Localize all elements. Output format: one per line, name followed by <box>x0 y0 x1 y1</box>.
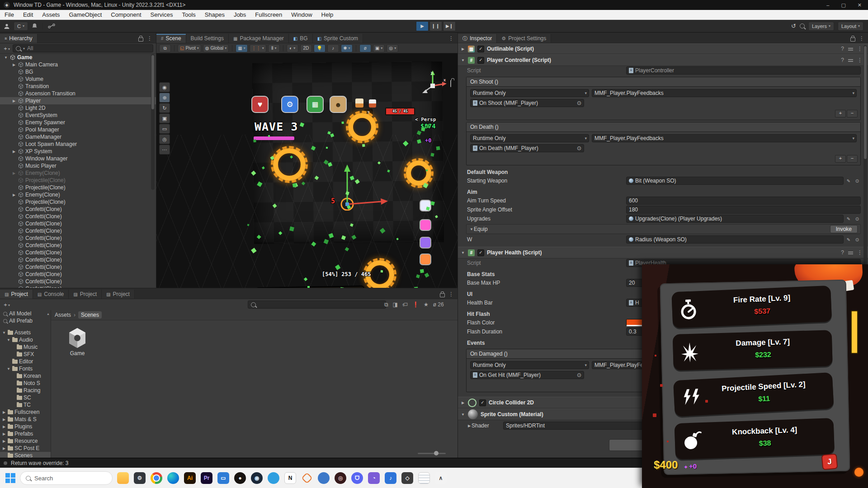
project-tree-row[interactable]: Korean <box>0 372 51 380</box>
hierarchy-row[interactable]: GameManager <box>0 133 156 141</box>
tab-project-settings[interactable]: ⚙Project Settings <box>497 34 551 43</box>
hierarchy-scrollbar[interactable] <box>151 54 155 190</box>
persp-label[interactable]: < Persp <box>415 117 436 122</box>
hierarchy-row[interactable]: Confetti(Clone) <box>0 263 156 271</box>
remove-event-button[interactable]: − <box>847 155 858 163</box>
tool-custom-icon[interactable]: ⋯ <box>159 145 170 155</box>
tab-package-manager[interactable]: ▦Package Manager <box>229 34 289 43</box>
scroll-up-arrow[interactable]: ▲ <box>47 312 51 315</box>
taskbar-edge-icon[interactable] <box>167 472 179 484</box>
taskbar-unity-hub-icon[interactable]: ◇ <box>401 472 413 484</box>
upgrade-card-bomb[interactable]: Knockback [Lv. 4]$38 <box>675 418 835 460</box>
taskbar-notion-icon[interactable]: N <box>284 472 296 484</box>
undo-history-icon[interactable]: ↺ <box>791 23 796 29</box>
tool-view-icon[interactable]: ◉ <box>159 82 170 92</box>
project-tree-row[interactable]: Music <box>0 343 51 351</box>
tab-build-settings[interactable]: Build Settings <box>186 34 229 43</box>
play-button[interactable]: ▶ <box>416 21 429 31</box>
menu-edit[interactable]: Edit <box>19 11 38 18</box>
project-tree-row[interactable]: SC <box>0 394 51 401</box>
layers-dropdown[interactable]: Layers▾ <box>808 22 834 31</box>
fold-arrow-icon[interactable]: ▶ <box>467 424 472 428</box>
scene-axis-gizmo[interactable]: y x <box>418 70 448 99</box>
value-field[interactable]: 600 <box>626 197 861 205</box>
hierarchy-row[interactable]: ▶Enemy(Clone) <box>0 169 156 177</box>
project-tree-row[interactable]: ▼Audio <box>0 336 51 343</box>
notification-icon[interactable] <box>32 23 38 29</box>
project-search-input[interactable] <box>248 300 386 309</box>
edit-pencil-icon[interactable]: ✎ <box>845 177 852 184</box>
help-icon[interactable]: ? <box>841 249 844 256</box>
edit-pencil-icon[interactable]: ✎ <box>845 236 852 243</box>
fold-arrow-icon[interactable]: ▼ <box>6 338 11 342</box>
fold-arrow-icon[interactable]: ▶ <box>2 410 6 414</box>
tool-settings-icon[interactable]: ⧉ <box>159 44 171 52</box>
thumbnail-size-slider[interactable] <box>418 453 446 454</box>
ruler-icon[interactable]: ⫴▾ <box>268 44 280 52</box>
hierarchy-row[interactable]: ▶Player <box>0 97 156 104</box>
step-button[interactable]: ▶❙ <box>443 21 456 31</box>
project-tree-row[interactable]: TC <box>0 401 51 408</box>
taskbar-search[interactable]: Search <box>20 471 113 485</box>
maximize-button[interactable]: ▢ <box>841 2 845 8</box>
hierarchy-row[interactable]: Confetti(Clone) <box>0 278 156 285</box>
favorite-search-row[interactable]: All Model▲ <box>0 310 51 317</box>
project-tree-row[interactable]: SFX <box>0 351 51 358</box>
hidden-count-eye[interactable]: ø 26 <box>433 301 444 308</box>
search-icon[interactable] <box>800 23 805 28</box>
hierarchy-search-input[interactable]: ▾All <box>13 44 153 52</box>
taskbar-discord-icon[interactable]: ᗜ <box>351 472 363 484</box>
hierarchy-row[interactable]: Window Manager <box>0 155 156 162</box>
lighting-toggle-icon[interactable]: 💡 <box>314 44 326 52</box>
hierarchy-row[interactable]: Confetti(Clone) <box>0 206 156 213</box>
pivot-dropdown[interactable]: ◱Pivot▾ <box>178 44 201 52</box>
taskbar-illustrator-icon[interactable]: Ai <box>184 472 196 484</box>
open-in-search-icon[interactable]: ⧉ <box>384 301 388 308</box>
tab-hierarchy[interactable]: ≡Hierarchy <box>0 34 38 43</box>
breadcrumb-current[interactable]: Scenes <box>78 311 102 319</box>
hierarchy-row[interactable]: Confetti(Clone) <box>0 271 156 278</box>
invoke-button[interactable]: Invoke <box>830 225 858 233</box>
hierarchy-row[interactable]: Loot Spawn Manager <box>0 141 156 148</box>
taskbar-shapes-diamond-icon[interactable] <box>301 472 312 483</box>
fold-arrow-icon[interactable]: ▶ <box>461 401 465 405</box>
camera-settings-icon[interactable]: ▣▾ <box>373 44 385 52</box>
help-icon[interactable]: ? <box>841 46 844 52</box>
hierarchy-row[interactable]: Confetti(Clone) <box>0 213 156 220</box>
object-picker-icon[interactable]: ⊙ <box>854 177 861 184</box>
panel-menu-icon[interactable]: ⋮ <box>448 35 454 42</box>
hierarchy-row[interactable]: ▶Main Camera <box>0 61 156 68</box>
menu-window[interactable]: Window <box>287 11 316 18</box>
hierarchy-row[interactable]: Projectile(Clone) <box>0 198 156 206</box>
project-tree-row[interactable]: ▶Mats & S <box>0 416 51 423</box>
enabled-checkbox[interactable]: ✓ <box>479 399 486 406</box>
hierarchy-row[interactable]: Enemy Spawner <box>0 119 156 126</box>
taskbar-premiere-icon[interactable]: Pr <box>201 472 212 484</box>
object-picker-icon[interactable]: ⊙ <box>854 236 861 243</box>
taskbar-file-explorer-icon[interactable] <box>117 472 129 484</box>
project-tree-row[interactable]: Racing <box>0 387 51 394</box>
taskbar-clock-app-icon[interactable]: ◔ <box>368 472 380 484</box>
project-tree-row[interactable]: ▼Fonts <box>0 365 51 372</box>
create-asset-button[interactable]: ＋▾ <box>3 301 10 309</box>
event-callback-dropdown[interactable]: MMF_Player.PlayFeedbacks <box>592 134 857 142</box>
fold-arrow-icon[interactable]: ▶ <box>461 47 465 51</box>
hierarchy-row[interactable]: Ascension Transition <box>0 90 156 97</box>
tool-rect-icon[interactable]: ▭ <box>159 124 170 134</box>
upgrade-card-bolts[interactable]: Projectile Speed [Lv. 2]$11 <box>673 372 834 417</box>
account-icon[interactable] <box>4 23 10 29</box>
close-button[interactable]: ✕ <box>858 2 862 8</box>
shading-mode-dropdown[interactable]: ◐▾ <box>287 44 298 52</box>
object-picker-icon[interactable]: ⊙ <box>854 215 861 222</box>
project-tree-row[interactable]: ▶Resource <box>0 437 51 445</box>
tab-scene[interactable]: #Scene <box>156 34 186 43</box>
snap-increment-icon[interactable]: ⋮⋮▾ <box>250 44 266 52</box>
tab-inspector[interactable]: ⓘInspector <box>458 34 497 43</box>
help-icon[interactable]: ? <box>841 57 844 63</box>
create-button[interactable]: ＋▾ <box>3 45 10 52</box>
add-event-button[interactable]: + <box>835 155 846 163</box>
hierarchy-row[interactable]: Projectile(Clone) <box>0 177 156 184</box>
fold-arrow-icon[interactable]: ▼ <box>461 58 465 62</box>
upgrade-card-stopwatch[interactable]: Fire Rate [Lv. 9]$537 <box>671 286 832 328</box>
tab-sprite-custom[interactable]: ◧Sprite Custom <box>313 34 363 43</box>
